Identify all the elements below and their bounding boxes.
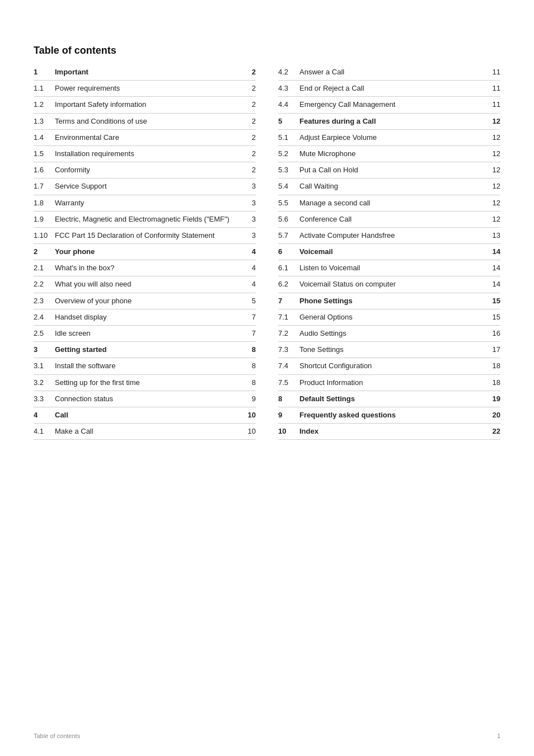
toc-label: Audio Settings <box>299 328 487 339</box>
toc-number: 4.2 <box>278 68 299 76</box>
toc-number: 3 <box>34 345 55 354</box>
toc-label: Features during a Call <box>299 116 487 126</box>
toc-number: 4.3 <box>278 84 299 92</box>
toc-row: 2.2What you will also need4 <box>34 276 256 293</box>
toc-number: 5.4 <box>278 182 299 190</box>
toc-page: 3 <box>242 199 256 207</box>
toc-row: 7.2Audio Settings16 <box>278 326 500 342</box>
toc-label: Environmental Care <box>55 133 242 143</box>
toc-page: 8 <box>242 361 256 370</box>
toc-label: Getting started <box>55 345 242 355</box>
toc-row: 6.1Listen to Voicemail14 <box>278 260 500 276</box>
toc-row: 6Voicemail14 <box>278 244 500 260</box>
toc-page: 7 <box>242 329 256 337</box>
toc-row: 5Features during a Call12 <box>278 114 500 130</box>
toc-number: 5.2 <box>278 149 299 158</box>
toc-number: 5.5 <box>278 199 299 207</box>
toc-page: 12 <box>487 182 500 190</box>
toc-number: 7.5 <box>278 378 299 387</box>
toc-row: 1.3Terms and Conditions of use2 <box>34 114 256 130</box>
toc-row: 7.3Tone Settings17 <box>278 342 500 358</box>
toc-label: Make a Call <box>55 426 242 436</box>
toc-row: 7Phone Settings15 <box>278 293 500 309</box>
toc-label: Terms and Conditions of use <box>55 116 242 126</box>
toc-number: 6.1 <box>278 264 299 272</box>
toc-row: 2Your phone4 <box>34 244 256 260</box>
toc-page: 12 <box>487 117 500 125</box>
toc-label: Emergency Call Management <box>299 100 487 110</box>
toc-label: Voicemail <box>299 247 487 257</box>
toc-label: Activate Computer Handsfree <box>299 231 487 241</box>
toc-row: 5.2Mute Microphone12 <box>278 146 500 162</box>
toc-number: 4.1 <box>34 427 55 435</box>
toc-page: 4 <box>242 264 256 272</box>
toc-page: 12 <box>487 215 500 223</box>
toc-number: 2.5 <box>34 329 55 337</box>
toc-label: Service Support <box>55 181 242 191</box>
toc-number: 7 <box>278 297 299 305</box>
toc-row: 3.1Install the software8 <box>34 358 256 374</box>
toc-number: 5 <box>278 117 299 125</box>
toc-label: Overview of your phone <box>55 296 242 306</box>
toc-page: 2 <box>242 84 256 92</box>
toc-number: 7.3 <box>278 345 299 354</box>
toc-row: 2.1What's in the box?4 <box>34 260 256 276</box>
toc-row: 1.5Installation requirements2 <box>34 146 256 162</box>
toc-row: 8Default Settings19 <box>278 391 500 407</box>
toc-label: What you will also need <box>55 279 242 289</box>
toc-row: 4Call10 <box>34 407 256 424</box>
toc-row: 4.1Make a Call10 <box>34 424 256 440</box>
toc-label: Installation requirements <box>55 149 242 159</box>
toc-label: Product Information <box>299 378 487 388</box>
toc-row: 5.7Activate Computer Handsfree13 <box>278 228 500 244</box>
toc-page: 18 <box>487 361 500 370</box>
toc-page: 20 <box>487 411 500 419</box>
toc-number: 3.2 <box>34 378 55 387</box>
toc-number: 6.2 <box>278 280 299 288</box>
toc-number: 7.4 <box>278 361 299 370</box>
toc-page: 12 <box>487 166 500 174</box>
toc-row: 5.1Adjust Earpiece Volume12 <box>278 130 500 146</box>
toc-label: Phone Settings <box>299 296 487 306</box>
toc-label: Conformity <box>55 165 242 175</box>
toc-page: 10 <box>242 411 256 419</box>
toc-page: 11 <box>487 84 500 92</box>
toc-page: 3 <box>242 215 256 223</box>
toc-row: 3Getting started8 <box>34 342 256 358</box>
toc-page: 14 <box>487 264 500 272</box>
toc-page: 8 <box>242 378 256 387</box>
toc-label: FCC Part 15 Declaration of Conformity St… <box>55 231 242 241</box>
toc-number: 5.1 <box>278 133 299 142</box>
toc-number: 6 <box>278 247 299 256</box>
toc-page: 12 <box>487 149 500 158</box>
toc-label: Power requirements <box>55 83 242 93</box>
toc-page: 4 <box>242 280 256 288</box>
toc-number: 4.4 <box>278 100 299 109</box>
toc-label: Your phone <box>55 247 242 257</box>
toc-page: 18 <box>487 378 500 387</box>
toc-page: 10 <box>242 427 256 435</box>
toc-number: 2 <box>34 247 55 256</box>
toc-row: 5.4Call Waiting12 <box>278 179 500 195</box>
toc-label: Frequently asked questions <box>299 410 487 420</box>
toc-row: 1.10FCC Part 15 Declaration of Conformit… <box>34 228 256 244</box>
toc-number: 5.7 <box>278 231 299 240</box>
toc-label: General Options <box>299 312 487 322</box>
toc-row: 4.4Emergency Call Management11 <box>278 97 500 113</box>
toc-number: 1.6 <box>34 166 55 174</box>
toc-label: Mute Microphone <box>299 149 487 159</box>
toc-row: 4.2Answer a Call11 <box>278 64 500 81</box>
toc-page: 14 <box>487 247 500 256</box>
toc-page: 19 <box>487 395 500 403</box>
toc-label: Call <box>55 410 242 420</box>
toc-label: Default Settings <box>299 394 487 404</box>
toc-row: 5.6Conference Call12 <box>278 212 500 228</box>
toc-page: 2 <box>242 149 256 158</box>
page-container: Table of contents 1Important21.1Power re… <box>0 0 534 756</box>
toc-page: 15 <box>487 313 500 321</box>
toc-label: Call Waiting <box>299 181 487 191</box>
toc-label: Manage a second call <box>299 198 487 208</box>
toc-page: 2 <box>242 100 256 109</box>
toc-number: 1.10 <box>34 231 55 240</box>
footer-page: 1 <box>497 732 500 739</box>
